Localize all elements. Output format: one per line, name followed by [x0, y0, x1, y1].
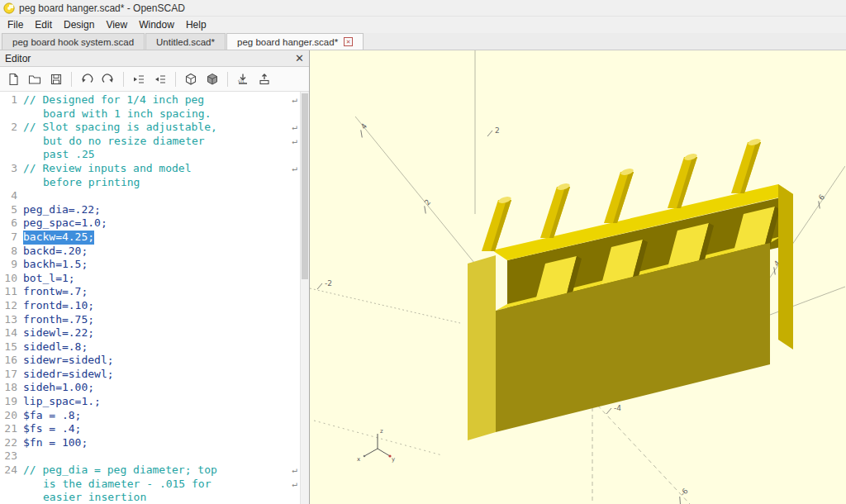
open-file-button[interactable] — [25, 69, 45, 89]
line-number — [0, 176, 23, 190]
line-number: 18 — [0, 381, 23, 395]
code-row[interactable]: 21$fs = .4; — [0, 422, 300, 436]
save-button[interactable] — [46, 69, 66, 89]
line-number: 4 — [0, 189, 23, 203]
code-row[interactable]: 24// peg_dia = peg diameter; top↵ — [0, 464, 300, 478]
tab[interactable]: Untitled.scad* — [145, 33, 226, 50]
code-row[interactable]: 20$fa = .8; — [0, 409, 300, 423]
code-row[interactable]: past .25 — [0, 148, 300, 162]
new-file-icon — [7, 73, 20, 86]
tab-bar: peg board hook system.scadUntitled.scad*… — [0, 33, 846, 50]
code-row[interactable]: 17sidedr=sidewl; — [0, 368, 300, 382]
code-row[interactable]: 15sidedl=.8; — [0, 340, 300, 354]
axis-tick-label: -4 — [614, 404, 621, 412]
code-text: before printing — [23, 176, 140, 190]
line-number: 12 — [0, 299, 23, 313]
line-number: 6 — [0, 216, 23, 231]
code-row[interactable]: 19lip_spac=1.; — [0, 395, 300, 409]
code-row[interactable]: before printing — [0, 176, 300, 190]
toolbar-separator — [175, 72, 176, 87]
code-text: sidewl=.22; — [23, 326, 94, 340]
code-row[interactable]: 16sidewr=sidedl; — [0, 354, 300, 368]
editor-toolbar: STL — [0, 67, 309, 92]
code-row[interactable]: 1// Designed for 1/4 inch peg↵ — [0, 93, 300, 107]
code-text: sidedr=sidewl; — [23, 368, 114, 382]
code-row[interactable]: 11frontw=.7; — [0, 285, 300, 299]
code-text: lip_spac=1.; — [23, 395, 101, 409]
toolbar-separator — [71, 72, 72, 87]
save-icon — [50, 73, 63, 86]
svg-text:STL: STL — [238, 79, 245, 83]
code-editor[interactable]: 1// Designed for 1/4 inch peg↵board with… — [0, 92, 309, 504]
code-text: frontd=.10; — [23, 299, 94, 313]
code-row[interactable]: is the diameter - .015 for↵ — [0, 478, 300, 492]
axis-tick-label: -6 — [678, 487, 690, 498]
preview-button[interactable] — [181, 69, 201, 89]
send-button[interactable] — [254, 69, 274, 89]
code-row[interactable]: 6peg_spac=1.0; — [0, 216, 300, 231]
menu-item-design[interactable]: Design — [58, 17, 100, 32]
code-row[interactable]: 12frontd=.10; — [0, 299, 300, 313]
code-row[interactable]: 3// Review inputs and model↵ — [0, 162, 300, 176]
editor-scrollbar-thumb[interactable] — [302, 93, 308, 279]
code-text: // Slot spacing is adjustable, — [23, 121, 217, 135]
editor-header: Editor ✕ — [0, 50, 309, 67]
tab-close-icon[interactable]: ✕ — [344, 37, 353, 46]
unindent-button[interactable] — [129, 69, 149, 89]
editor-scrollbar[interactable] — [300, 92, 309, 504]
code-row[interactable]: 9backh=1.5; — [0, 258, 300, 272]
editor-title: Editor — [5, 53, 295, 64]
undo-button[interactable] — [77, 69, 97, 89]
redo-button[interactable] — [98, 69, 118, 89]
code-row[interactable]: 4 — [0, 189, 300, 203]
menu-item-window[interactable]: Window — [133, 17, 180, 32]
code-row[interactable]: 10bot_l=1; — [0, 272, 300, 286]
code-text: sidedl=.8; — [23, 340, 88, 354]
code-row[interactable]: 2// Slot spacing is adjustable,↵ — [0, 121, 300, 135]
new-file-button[interactable] — [3, 69, 23, 89]
indent-button[interactable] — [150, 69, 170, 89]
line-number: 5 — [0, 203, 23, 217]
code-rows: 1// Designed for 1/4 inch peg↵board with… — [0, 92, 300, 504]
code-row[interactable]: easier insertion — [0, 491, 300, 504]
undo-icon — [80, 73, 93, 86]
code-row[interactable]: board with 1 inch spacing. — [0, 107, 300, 121]
code-text: // Review inputs and model — [23, 162, 192, 176]
export-stl-icon: STL — [236, 73, 250, 86]
line-number: 11 — [0, 285, 23, 299]
axis-tick-label: 4 — [359, 121, 369, 131]
code-text: frontw=.7; — [23, 285, 88, 299]
line-number: 20 — [0, 409, 23, 423]
menu-item-view[interactable]: View — [100, 17, 133, 32]
tab[interactable]: peg board hanger.scad*✕ — [226, 33, 364, 50]
wrap-indicator-icon: ↵ — [292, 121, 297, 135]
peg-board-hanger-model — [468, 138, 793, 440]
menu-item-file[interactable]: File — [2, 17, 29, 32]
line-number: 24 — [0, 464, 23, 478]
menu-item-help[interactable]: Help — [180, 17, 212, 32]
toolbar-separator — [123, 72, 124, 87]
code-row[interactable]: 8backd=.20; — [0, 245, 300, 259]
3d-viewport[interactable]: 422-2-4-646 — [310, 50, 846, 504]
code-row[interactable]: 13fronth=.75; — [0, 313, 300, 327]
code-row[interactable]: 23 — [0, 449, 300, 464]
export-stl-button[interactable]: STL — [233, 69, 253, 89]
viewport-canvas[interactable]: 422-2-4-646 — [310, 50, 845, 504]
code-row[interactable]: but do no resize diameter↵ — [0, 135, 300, 149]
code-row[interactable]: 18sideh=1.00; — [0, 381, 300, 395]
code-text: sideh=1.00; — [23, 381, 94, 395]
line-number: 21 — [0, 422, 23, 436]
wrap-indicator-icon: ↵ — [292, 162, 297, 176]
code-row[interactable]: 14sidewl=.22; — [0, 326, 300, 340]
line-number: 15 — [0, 340, 23, 354]
code-text: peg_spac=1.0; — [23, 216, 107, 231]
axis-tick-label: 2 — [495, 126, 500, 135]
code-row[interactable]: 22$fn = 100; — [0, 436, 300, 450]
tab[interactable]: peg board hook system.scad — [2, 33, 145, 50]
code-row[interactable]: 7backw=4.25; — [0, 231, 300, 245]
code-row[interactable]: 5peg_dia=.22; — [0, 203, 300, 217]
editor-close-button[interactable]: ✕ — [295, 52, 304, 64]
tab-label: peg board hook system.scad — [12, 37, 134, 47]
menu-item-edit[interactable]: Edit — [29, 17, 58, 32]
render-button[interactable] — [202, 69, 222, 89]
